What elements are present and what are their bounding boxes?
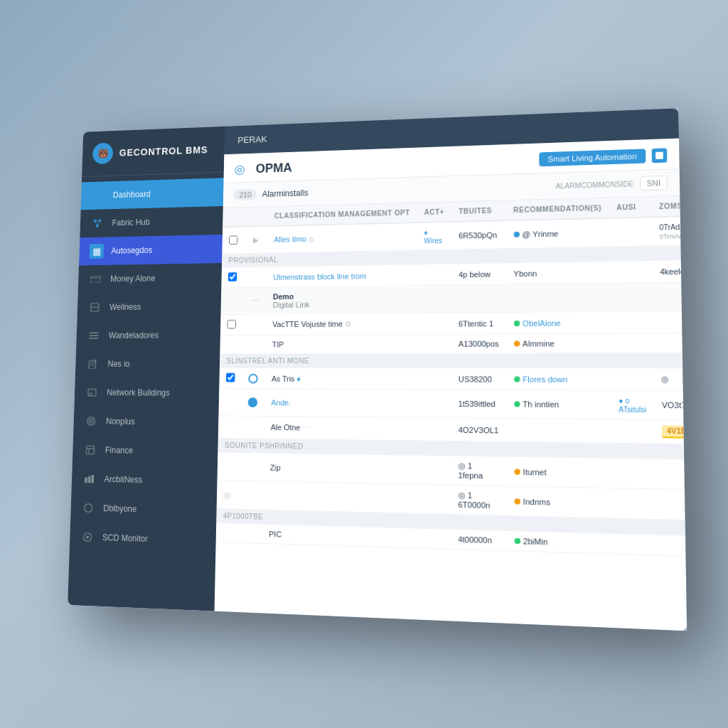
dashboard-icon: [91, 188, 105, 203]
row-act: [417, 264, 451, 286]
row-tbuites: US38200: [451, 368, 506, 390]
sidebar-item-money-alone[interactable]: Money Alone: [78, 263, 222, 294]
row-name: PIC: [262, 524, 415, 548]
sni-button[interactable]: SNI: [640, 176, 668, 191]
fabric-hub-icon: [90, 216, 105, 231]
row-name: As Tris ♦: [264, 368, 416, 389]
sidebar-item-wandeladores[interactable]: Wandeladores: [76, 321, 220, 350]
scd-monitor-icon: [80, 529, 95, 545]
sidebar-item-fabric-hub[interactable]: Fabric Hub: [80, 206, 223, 237]
sidebar-item-label: SCD Monitor: [102, 532, 148, 544]
row-ausi: [611, 368, 654, 390]
content-area: ◎ OPMA Smart Living Automation 210 Alar: [215, 139, 687, 631]
row-recommendation: Th inntien: [506, 390, 611, 419]
content-title: OPMA: [256, 161, 292, 176]
dblbyone-icon: [81, 500, 96, 516]
data-table: Classification Management Opt Act+ TBUIT…: [215, 196, 687, 631]
sidebar-item-network-buildings[interactable]: Network Buildings: [74, 378, 219, 408]
col-expand: [245, 207, 268, 227]
toggle-btn[interactable]: [652, 148, 668, 163]
sidebar-item-wellness[interactable]: Wellness: [77, 291, 221, 321]
row-checkbox[interactable]: [228, 272, 237, 282]
sidebar-item-label: Fabric Hub: [112, 218, 149, 228]
app-window: 🐻 GECONTROL BMS Dashboard: [68, 108, 687, 631]
sidebar-item-label: Dblbyone: [103, 503, 136, 514]
row-recommendation: [506, 418, 611, 443]
sidebar-item-autosegdos[interactable]: ▦ Autosegdos: [79, 235, 223, 266]
wandeladores-icon: [87, 328, 102, 343]
row-name: VacTTE Vojuste time ⚙: [265, 313, 416, 335]
nonplus-icon: [84, 414, 99, 429]
top-bar-title: PERAK: [237, 134, 267, 145]
svg-point-31: [86, 536, 89, 539]
svg-rect-28: [91, 475, 94, 483]
table-row: Ande. 1t539ittled Th inntien ● o ATsitul…: [218, 389, 687, 420]
row-checkbox[interactable]: [226, 373, 235, 382]
col-zomspot: ZOMSpot: [651, 196, 687, 218]
col-ausi: AUSI: [609, 197, 651, 218]
sidebar-item-label: Wellness: [109, 302, 141, 312]
app-shell: 🐻 GECONTROL BMS Dashboard: [68, 108, 687, 631]
svg-rect-8: [90, 276, 101, 283]
money-alone-icon: [88, 272, 102, 287]
svg-point-29: [85, 503, 92, 512]
svg-rect-27: [88, 476, 91, 483]
row-recommendation: Indnms: [507, 486, 612, 518]
row-recommendation: 2biMin: [507, 530, 613, 554]
row-zomspot: VO3t7inst: [654, 390, 687, 420]
table-row: TIP A13000pos Almmine: [220, 333, 687, 354]
row-act: [417, 313, 451, 334]
main-content: PERAK ◎ OPMA Smart Living Automation: [215, 108, 687, 631]
autosegdos-icon: ▦: [90, 244, 104, 259]
sidebar: 🐻 GECONTROL BMS Dashboard: [68, 127, 225, 611]
finance-icon: [83, 442, 98, 458]
col-checkbox: [223, 208, 245, 227]
row-ausi: [610, 311, 653, 333]
smart-living-tab[interactable]: Smart Living Automation: [539, 149, 646, 166]
row-recommendation: ObelAlone: [506, 311, 610, 334]
row-act: ♦ Wires: [417, 222, 451, 250]
logo-text: GECONTROL BMS: [119, 144, 208, 158]
row-tbuites: A13000pos: [451, 334, 507, 354]
sidebar-item-dblbyone[interactable]: Dblbyone: [70, 493, 217, 525]
sidebar-item-label: Dashboard: [113, 189, 151, 200]
main-table: Classification Management Opt Act+ TBUIT…: [216, 196, 687, 558]
row-zomspot: 4V1B1E4tk: [654, 419, 687, 444]
col-act: Act+: [417, 202, 452, 223]
expand-cell[interactable]: [243, 267, 267, 287]
row-zomspot: [653, 311, 687, 333]
svg-rect-23: [86, 446, 94, 454]
row-name: Alles timo ◎: [267, 223, 417, 253]
sidebar-item-label: Nonplus: [106, 417, 135, 427]
table-row-group: ⋯ DemoDigital Link: [220, 282, 687, 315]
sidebar-item-arcbitness[interactable]: ArcbitNess: [71, 464, 217, 496]
row-tbuites: 6R530pQn: [451, 220, 506, 250]
sidebar-item-label: ArcbitNess: [104, 474, 142, 485]
row-zomspot: 0TrAdnRom+0TrniAdnRom: [651, 215, 687, 245]
expand-cell[interactable]: ▶: [244, 226, 267, 254]
sidebar-logo: 🐻 GECONTROL BMS: [82, 127, 225, 177]
table-body: ▶ Alles timo ◎ ♦ Wires 6R530pQn @ Yrinme…: [216, 215, 687, 557]
sidebar-item-nes-io[interactable]: Nes io: [75, 350, 220, 379]
row-zomspot: ◎: [653, 368, 687, 391]
row-ausi: [609, 217, 652, 247]
table-row: VacTTE Vojuste time ⚙ 6Ttentic 1 ObelAlo…: [220, 311, 687, 336]
sidebar-item-dashboard[interactable]: Dashboard: [81, 178, 224, 210]
badge-yellow: 4V1B1E4tk: [662, 425, 687, 439]
arcbitness-icon: [82, 471, 97, 487]
row-tbuites: 6Ttentic 1: [451, 312, 507, 334]
sidebar-item-label: Nes io: [107, 359, 129, 368]
row-tbuites: ◎ 1 1fepna: [451, 456, 507, 486]
sidebar-item-label: Money Alone: [110, 274, 155, 284]
sidebar-item-finance[interactable]: Finance: [73, 435, 218, 466]
row-recommendation: Ybonn: [506, 261, 610, 284]
mini-circle: [248, 373, 258, 383]
svg-line-7: [97, 220, 100, 226]
sidebar-item-scd-monitor[interactable]: SCD Monitor: [70, 522, 216, 556]
sidebar-item-nonplus[interactable]: Nonplus: [73, 407, 219, 437]
row-checkbox[interactable]: [229, 235, 237, 245]
svg-rect-26: [85, 478, 87, 483]
row-tbuites: 4O2V3OL1: [451, 418, 506, 442]
row-checkbox[interactable]: [227, 320, 236, 329]
svg-point-22: [90, 420, 92, 422]
